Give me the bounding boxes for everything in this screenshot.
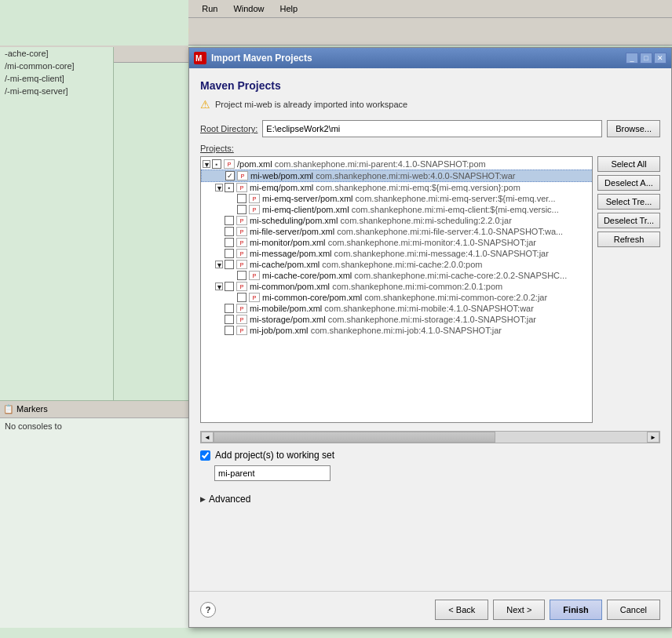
checkbox-mi-cache[interactable]: [225, 260, 234, 269]
checkbox-mi-scheduling[interactable]: [225, 216, 234, 225]
advanced-label: Advanced: [209, 494, 250, 505]
markers-tab[interactable]: 📋 Markers: [3, 404, 48, 414]
tree-row-mi-web[interactable]: P mi-web/pom.xml com.shankephone.mi:mi-w…: [201, 170, 593, 182]
working-set-label: Add project(s) to working set: [215, 450, 334, 461]
expand-icon-root[interactable]: ▼: [203, 160, 210, 168]
checkbox-mi-common-core[interactable]: [237, 293, 247, 302]
checkbox-mi-emq-client[interactable]: [237, 205, 247, 214]
projects-tree[interactable]: ▼ P /pom.xml com.shankephone.mi:mi-paren…: [200, 156, 593, 423]
tree-row-mi-job[interactable]: P mi-job/pom.xml com.shankephone.mi:mi-j…: [201, 325, 593, 336]
refresh-button[interactable]: Refresh: [597, 232, 660, 247]
tree-row-mi-emq-server[interactable]: P mi-emq-server/pom.xml com.shankephone.…: [201, 193, 593, 204]
advanced-row[interactable]: ▶ Advanced: [200, 489, 660, 509]
sidebar-item-3: /-mi-emq-client]: [0, 72, 113, 85]
warning-message: ⚠ Project mi-web is already imported int…: [200, 98, 660, 111]
cancel-button[interactable]: Cancel: [607, 600, 660, 620]
file-icon-mi-scheduling: P: [236, 216, 247, 225]
expand-icon-cache[interactable]: ▼: [215, 261, 223, 268]
dialog-title-text: Import Maven Projects: [211, 53, 312, 64]
file-icon-mi-common: P: [236, 282, 247, 291]
tree-row-mi-common[interactable]: ▼ P mi-common/pom.xml com.shankephone.mi…: [201, 281, 593, 292]
browse-button[interactable]: Browse...: [607, 120, 660, 137]
scroll-track[interactable]: [214, 432, 647, 443]
no-consoles-label: No consoles to: [0, 418, 188, 434]
file-icon-mi-storage: P: [236, 315, 247, 324]
select-tree-button[interactable]: Select Tre...: [597, 194, 660, 210]
deselect-tree-button[interactable]: Deselect Tr...: [597, 213, 660, 228]
tree-row-mi-cache-core[interactable]: P mi-cache-core/pom.xml com.shankephone.…: [201, 270, 593, 281]
menu-help[interactable]: Help: [277, 2, 301, 15]
tree-inner: ▼ P /pom.xml com.shankephone.mi:mi-paren…: [201, 157, 593, 337]
checkbox-mi-common[interactable]: [225, 282, 234, 291]
menu-run[interactable]: Run: [199, 2, 221, 15]
tree-row-mi-emq-client[interactable]: P mi-emq-client/pom.xml com.shankephone.…: [201, 204, 593, 215]
scroll-right-arrow[interactable]: ►: [647, 432, 659, 443]
sidebar-item-4: /-mi-emq-server]: [0, 85, 113, 97]
root-dir-label: Root Directory:: [200, 124, 257, 133]
horizontal-scrollbar[interactable]: ◄ ►: [200, 431, 660, 443]
maven-icon: M: [194, 52, 206, 64]
checkbox-mi-cache-core[interactable]: [237, 271, 247, 280]
sidebar-item-1: -ache-core]: [0, 47, 113, 60]
tree-row-mi-file-server[interactable]: P mi-file-server/pom.xml com.shankephone…: [201, 226, 593, 237]
eclipse-background: -ache-core] /mi-common-core] /-mi-emq-cl…: [0, 0, 188, 638]
dialog-content: Maven Projects ⚠ Project mi-web is alrea…: [189, 68, 671, 509]
checkbox-mi-storage[interactable]: [225, 315, 234, 324]
root-dir-row: Root Directory: Browse...: [200, 120, 660, 137]
finish-button[interactable]: Finish: [550, 600, 601, 620]
file-icon-pom-root: P: [224, 159, 235, 169]
file-icon-mi-message: P: [236, 249, 247, 258]
close-button[interactable]: ✕: [654, 53, 667, 64]
checkbox-mi-mobile[interactable]: [225, 304, 234, 313]
select-all-button[interactable]: Select All: [597, 156, 660, 172]
working-set-row: Add project(s) to working set: [200, 450, 660, 461]
checkbox-mi-monitor[interactable]: [225, 238, 234, 247]
svg-text:M: M: [195, 54, 202, 63]
scroll-thumb[interactable]: [214, 432, 495, 443]
file-icon-mi-mobile: P: [236, 304, 247, 313]
tree-row-mi-cache[interactable]: ▼ P mi-cache/pom.xml com.shankephone.mi:…: [201, 259, 593, 270]
checkbox-mi-web[interactable]: [225, 171, 235, 180]
tree-row-pom-root[interactable]: ▼ P /pom.xml com.shankephone.mi:mi-paren…: [201, 159, 593, 170]
file-icon-mi-cache: P: [236, 260, 247, 269]
menu-window[interactable]: Window: [230, 2, 267, 15]
tree-row-mi-storage[interactable]: P mi-storage/pom.xml com.shankephone.mi:…: [201, 314, 593, 325]
dialog-footer: ? < Back Next > Finish Cancel: [189, 591, 671, 627]
file-icon-mi-job: P: [236, 326, 247, 335]
help-button[interactable]: ?: [200, 602, 216, 618]
deselect-all-button[interactable]: Deselect A...: [597, 175, 660, 191]
projects-area: ▼ P /pom.xml com.shankephone.mi:mi-paren…: [200, 156, 660, 423]
tree-row-mi-scheduling[interactable]: P mi-scheduling/pom.xml com.shankephone.…: [201, 215, 593, 226]
working-set-checkbox[interactable]: [200, 450, 210, 461]
root-dir-input[interactable]: [262, 120, 602, 137]
expand-icon-mi-emq[interactable]: ▼: [215, 184, 223, 191]
tree-row-mi-emq[interactable]: ▼ P mi-emq/pom.xml com.shankephone.mi:mi…: [201, 182, 593, 193]
checkbox-mi-file-server[interactable]: [225, 227, 234, 236]
projects-label: Projects:: [200, 144, 660, 153]
tree-row-mi-monitor[interactable]: P mi-monitor/pom.xml com.shankephone.mi:…: [201, 237, 593, 248]
checkbox-mi-emq-server[interactable]: [237, 194, 247, 203]
file-icon-mi-emq-server: P: [249, 194, 260, 203]
scroll-left-arrow[interactable]: ◄: [201, 432, 214, 443]
checkbox-mi-job[interactable]: [225, 326, 234, 335]
advanced-arrow-icon: ▶: [200, 495, 206, 503]
file-icon-mi-web: P: [237, 171, 248, 180]
checkbox-mi-emq[interactable]: [225, 183, 234, 192]
file-icon-mi-cache-core: P: [249, 271, 260, 280]
file-icon-mi-common-core: P: [249, 293, 260, 302]
tree-row-mi-common-core[interactable]: P mi-common-core/pom.xml com.shankephone…: [201, 292, 593, 303]
next-button[interactable]: Next >: [493, 600, 545, 620]
tree-row-mi-message[interactable]: P mi-message/pom.xml com.shankephone.mi:…: [201, 248, 593, 259]
sidebar: -ache-core] /mi-common-core] /-mi-emq-cl…: [0, 47, 114, 400]
dialog-titlebar: M Import Maven Projects _ □ ✕: [189, 48, 671, 68]
checkbox-mi-message[interactable]: [225, 249, 234, 258]
file-icon-mi-file-server: P: [236, 227, 247, 236]
minimize-button[interactable]: _: [626, 53, 638, 64]
working-set-input[interactable]: [214, 465, 331, 481]
tree-row-mi-mobile[interactable]: P mi-mobile/pom.xml com.shankephone.mi:m…: [201, 303, 593, 314]
checkbox-pom-root[interactable]: [212, 159, 221, 169]
expand-icon-common[interactable]: ▼: [215, 283, 223, 290]
back-button[interactable]: < Back: [435, 600, 488, 620]
maximize-button[interactable]: □: [640, 53, 652, 64]
warning-text: Project mi-web is already imported into …: [215, 100, 407, 109]
